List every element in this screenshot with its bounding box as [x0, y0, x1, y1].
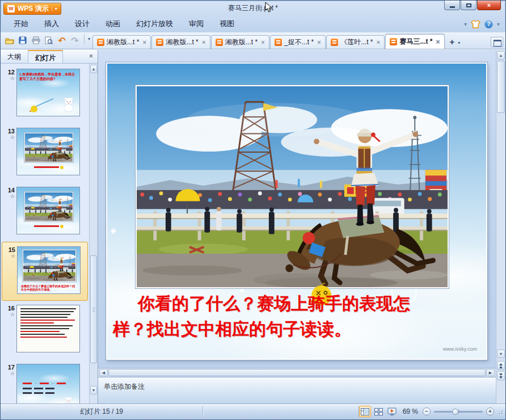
print-icon[interactable] — [30, 35, 41, 46]
scroll-down-icon[interactable]: ▼ — [90, 386, 97, 394]
scroll-down-icon[interactable]: ▼ — [497, 350, 505, 358]
skin-shirt-icon[interactable] — [471, 20, 480, 28]
new-tab-dropdown-icon[interactable]: ▾ — [458, 40, 460, 49]
doc-tab-4[interactable]: _捉不...t * × — [270, 35, 326, 49]
slide-thumbnail[interactable]: →→ — [16, 364, 80, 404]
scroll-up-icon[interactable]: ▲ — [90, 65, 97, 73]
menu-item-home[interactable]: 开始 — [6, 16, 36, 31]
open-file-icon[interactable] — [4, 35, 15, 46]
scroll-left-icon[interactable]: ◀ — [99, 369, 108, 376]
menu-item-design[interactable]: 设计 — [68, 16, 97, 31]
wps-app-button[interactable]: W WPS 演示 ▾ — [3, 3, 61, 15]
horizontal-scrollbar[interactable]: ◀ ▶ — [98, 368, 496, 377]
print-preview-icon[interactable] — [43, 35, 54, 46]
doc-tab-1[interactable]: 湘教版...t * × — [92, 35, 151, 49]
horse-rider-photo[interactable] — [136, 85, 449, 288]
tab-close-icon[interactable]: × — [201, 40, 206, 45]
minimize-button[interactable] — [444, 1, 460, 10]
doc-tab-6-active[interactable]: 赛马三...t * × — [385, 34, 444, 49]
new-tab-button[interactable]: + — [445, 37, 458, 49]
zoom-in-button[interactable]: + — [486, 408, 494, 415]
slide-canvas[interactable]: ✦ ✦ 你看的了什么？赛场上骑手的表现怎 样？找出文中相应的句子读读。 www.… — [98, 50, 496, 368]
slide-thumbnail[interactable] — [16, 128, 80, 175]
scroll-up-icon[interactable]: ▲ — [497, 51, 505, 60]
thumb-chick-dot — [60, 225, 64, 228]
scrollbar-thumb[interactable] — [108, 369, 486, 376]
zoom-out-button[interactable]: − — [423, 408, 431, 415]
slide-question-text[interactable]: 你看的了什么？赛场上骑手的表现怎 样？找出文中相应的句子读读。 — [113, 291, 480, 342]
thumbnail-row-16[interactable]: 16 ☆ — [2, 301, 88, 360]
notes-pane[interactable]: 单击添加备注 — [98, 377, 496, 404]
collapse-ribbon-icon[interactable]: ▾ — [464, 21, 467, 27]
tab-outline[interactable]: 大纲 — [1, 50, 28, 63]
scrollbar-thumb[interactable] — [90, 255, 97, 363]
ppt-file-icon — [275, 39, 282, 46]
panel-close-icon[interactable]: × — [85, 50, 98, 63]
toolbar-options-icon[interactable]: ▾ — [88, 36, 91, 45]
maximize-button[interactable] — [461, 1, 477, 10]
status-separator — [203, 406, 203, 417]
scrollbar-thumb[interactable] — [497, 61, 505, 113]
thumbnail-row-14[interactable]: 14 ☆ — [2, 183, 88, 242]
animation-star-icon: ☆ — [3, 75, 15, 81]
tab-close-icon[interactable]: × — [141, 40, 146, 45]
window-controls: × — [444, 1, 501, 10]
close-button[interactable]: × — [477, 1, 501, 10]
slide-thumbnail[interactable]: 你看的了什么？赛场上骑手的表现怎样？找出文中相应的句子读读。 — [17, 246, 81, 294]
slideshow-button[interactable] — [386, 406, 398, 417]
thumbnail-row-12[interactable]: 12 ☆ 1.自读第8自然段，学生思考，本段主要写了几个方面的内容? — [2, 65, 88, 124]
thumbnail-scrollbar[interactable]: ▲ ▼ — [89, 64, 98, 404]
normal-view-button[interactable] — [359, 406, 371, 417]
slide-sorter-view-button[interactable] — [373, 406, 385, 417]
help-dropdown-icon[interactable]: ▾ — [497, 21, 500, 27]
tab-list-button[interactable] — [491, 37, 503, 47]
tab-slides[interactable]: 幻灯片 — [28, 50, 63, 63]
editor-column: ✦ ✦ 你看的了什么？赛场上骑手的表现怎 样？找出文中相应的句子读读。 www.… — [98, 50, 496, 404]
doc-tab-5[interactable]: 《莲叶...t * × — [326, 35, 385, 49]
vertical-scrollbar[interactable]: ▲ ▼ — [496, 50, 505, 404]
resize-grip[interactable] — [497, 409, 503, 415]
current-slide[interactable]: ✦ ✦ 你看的了什么？赛场上骑手的表现怎 样？找出文中相应的句子读读。 www.… — [106, 62, 487, 360]
zoom-slider-thumb[interactable] — [452, 409, 458, 415]
thumb-caption: 你看的了什么？赛场上骑手的表现怎样？找出文中相应的句子读读。 — [21, 284, 77, 291]
scroll-right-icon[interactable]: ▶ — [486, 369, 495, 376]
zoom-tick — [458, 409, 459, 414]
menu-item-view[interactable]: 视图 — [212, 16, 242, 31]
menu-item-slideshow[interactable]: 幻灯片放映 — [129, 16, 180, 31]
tab-close-icon[interactable]: × — [260, 40, 265, 45]
undo-icon[interactable]: ↶ — [56, 35, 68, 46]
doc-tab-3[interactable]: 湘教版...t * × — [211, 35, 269, 49]
slide-number: 17 — [3, 364, 15, 371]
tab-close-icon[interactable]: × — [375, 40, 380, 45]
slide-number-col: 17 ☆ — [3, 364, 16, 404]
quick-access-toolbar: ↶ ↷ ▾ — [3, 34, 92, 49]
slide-text-line2: 样？找出文中相应的句子读读。 — [113, 316, 480, 342]
menu-item-review[interactable]: 审阅 — [182, 16, 211, 31]
slide-thumbnail[interactable] — [16, 305, 80, 352]
doc-tab-label: 湘教版...t * — [107, 37, 139, 47]
redo-icon[interactable]: ↷ — [69, 35, 81, 46]
save-icon[interactable] — [17, 35, 28, 46]
next-slide-button[interactable] — [497, 371, 505, 380]
notes-placeholder: 单击添加备注 — [104, 383, 145, 390]
thumbnail-row-13[interactable]: 13 ☆ — [2, 124, 88, 183]
thumbnail-row-15-selected[interactable]: 15 ☆ 你看的了什么？赛场上骑手的表现怎样？找出文中相应的句子读读。 — [2, 242, 88, 301]
zoom-slider[interactable] — [434, 411, 483, 413]
ppt-file-icon — [156, 39, 163, 46]
ppt-file-icon — [216, 39, 223, 46]
menu-item-animation[interactable]: 动画 — [98, 16, 128, 31]
doc-tab-label: _捉不...t * — [284, 37, 314, 47]
wps-app-dropdown-icon[interactable]: ▾ — [52, 6, 57, 11]
slide-thumbnail[interactable]: 1.自读第8自然段，学生思考，本段主要写了几个方面的内容? — [16, 69, 80, 116]
tab-close-icon[interactable]: × — [316, 40, 321, 45]
status-bar: 幻灯片 15 / 19 69 % − + — [1, 404, 505, 419]
menu-right-tools: ▾ ? ▾ — [464, 20, 500, 28]
tab-close-icon[interactable]: × — [435, 39, 440, 45]
doc-tab-2[interactable]: 湘教版...t * × — [151, 35, 210, 49]
help-icon[interactable]: ? — [484, 20, 493, 28]
thumbnail-row-17[interactable]: 17 ☆ →→ — [2, 360, 88, 404]
previous-slide-button[interactable] — [497, 361, 505, 370]
slide-thumbnail[interactable] — [16, 187, 80, 234]
menu-item-insert[interactable]: 插入 — [37, 16, 66, 31]
animation-star-icon: ☆ — [3, 253, 15, 259]
